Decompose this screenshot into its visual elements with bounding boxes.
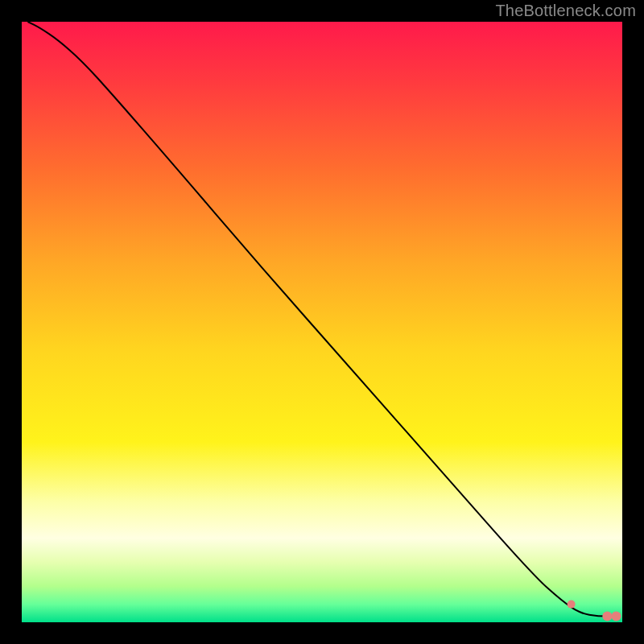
marker-point <box>602 612 612 621</box>
marker-point <box>612 612 621 621</box>
chart-stage: TheBottleneck.com <box>0 0 644 644</box>
watermark-text: TheBottleneck.com <box>495 2 636 20</box>
gradient-background <box>22 22 622 622</box>
marker-point <box>568 601 576 609</box>
bottleneck-curve-chart <box>0 0 644 644</box>
